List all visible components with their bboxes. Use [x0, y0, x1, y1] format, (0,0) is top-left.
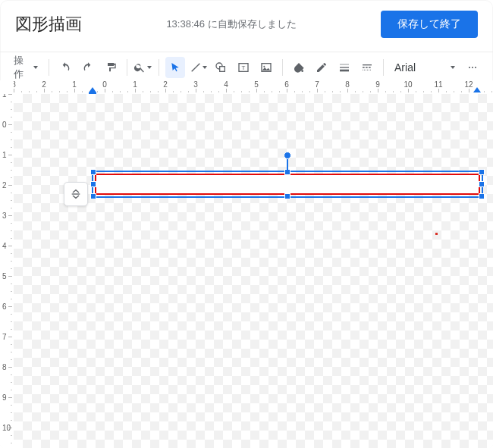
autosave-status: 13:38:46 に自動保存しました — [82, 17, 381, 31]
svg-text:T: T — [242, 64, 246, 71]
paint-format-button[interactable] — [101, 57, 121, 78]
resize-handle[interactable] — [479, 181, 485, 187]
fill-color-button[interactable] — [289, 57, 309, 78]
actions-menu[interactable]: 操作 — [11, 57, 42, 78]
vertical-align-widget[interactable] — [64, 182, 88, 206]
toolbar: 操作 T — [0, 52, 493, 83]
textbox-tool-button[interactable]: T — [234, 57, 253, 78]
shape-rectangle[interactable] — [95, 174, 480, 195]
resize-handle[interactable] — [479, 169, 485, 175]
cursor-dot — [435, 233, 438, 235]
separator — [383, 59, 384, 76]
selected-shape[interactable] — [92, 171, 483, 198]
drawing-canvas[interactable] — [14, 94, 493, 448]
border-dash-button[interactable] — [357, 57, 377, 78]
undo-button[interactable] — [55, 57, 75, 78]
redo-button[interactable] — [78, 57, 98, 78]
resize-handle[interactable] — [90, 169, 96, 175]
border-weight-button[interactable] — [334, 57, 354, 78]
dialog-title: 図形描画 — [15, 13, 82, 36]
dialog-header: 図形描画 13:38:46 に自動保存しました 保存して終了 — [0, 0, 493, 52]
border-color-button[interactable] — [312, 57, 331, 78]
resize-handle[interactable] — [90, 193, 96, 199]
save-and-close-button[interactable]: 保存して終了 — [381, 11, 478, 38]
horizontal-ruler[interactable]: 321012345678910111213141516 — [14, 80, 493, 94]
more-tools-button[interactable] — [463, 57, 482, 78]
shape-tool-button[interactable] — [211, 57, 231, 78]
indent-left-marker[interactable] — [89, 87, 96, 92]
line-tool-button[interactable] — [188, 57, 208, 78]
svg-point-8 — [475, 67, 476, 68]
vertical-ruler[interactable]: 10123456789101112 — [0, 94, 14, 448]
chevron-down-icon — [451, 66, 455, 69]
drawing-dialog: 図形描画 13:38:46 に自動保存しました 保存して終了 操作 — [0, 0, 493, 448]
font-selector[interactable]: Arial — [390, 58, 460, 77]
separator — [159, 59, 159, 76]
ruler-corner — [0, 80, 14, 94]
resize-handle[interactable] — [479, 193, 485, 199]
work-area: 321012345678910111213141516 101234567891… — [0, 80, 493, 448]
svg-point-6 — [469, 67, 470, 68]
chevron-down-icon — [33, 66, 38, 69]
image-tool-button[interactable] — [256, 57, 276, 78]
font-name-label: Arial — [394, 61, 416, 74]
actions-menu-label: 操作 — [14, 54, 30, 81]
svg-point-5 — [264, 66, 265, 67]
indent-right-marker[interactable] — [473, 87, 481, 92]
chevron-down-icon — [147, 66, 152, 69]
separator — [282, 59, 283, 76]
select-tool-button[interactable] — [165, 57, 185, 78]
svg-rect-1 — [220, 67, 225, 72]
resize-handle[interactable] — [284, 193, 290, 199]
chevron-down-icon — [203, 66, 207, 69]
separator — [49, 59, 49, 76]
separator — [127, 59, 127, 76]
svg-point-7 — [472, 67, 473, 68]
zoom-button[interactable] — [133, 57, 152, 78]
rotate-handle[interactable] — [284, 152, 291, 159]
resize-handle[interactable] — [90, 181, 96, 187]
